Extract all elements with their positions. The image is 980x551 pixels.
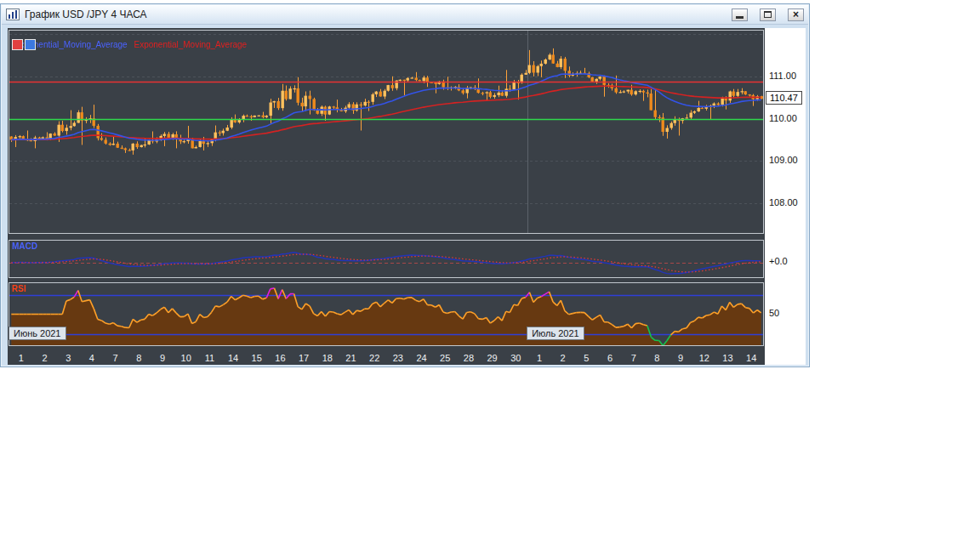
legend-swatch-red[interactable] xyxy=(12,39,23,50)
close-button[interactable]: × xyxy=(788,9,804,21)
date-axis-label: 1 xyxy=(537,353,542,363)
price-axis-label: 109.00 xyxy=(769,155,798,165)
chart-region: MACD RSI Exponential_Moving_Average Expo… xyxy=(8,28,765,365)
date-axis-label: 2 xyxy=(42,353,47,363)
date-axis-label: 25 xyxy=(440,353,450,363)
window-title: График USD /JPY 4 ЧАСА xyxy=(25,9,720,20)
month-marker: Июль 2021 xyxy=(527,327,584,340)
date-axis-label: 29 xyxy=(487,353,497,363)
date-axis-label: 23 xyxy=(393,353,403,363)
date-axis-label: 17 xyxy=(299,353,309,363)
rsi-chart-canvas[interactable] xyxy=(9,283,763,345)
date-axis-label: 14 xyxy=(228,353,238,363)
date-axis-label: 1 xyxy=(19,353,24,363)
date-axis-label: 10 xyxy=(181,353,191,363)
rsi-label: RSI xyxy=(12,284,26,293)
date-axis-label: 8 xyxy=(136,353,141,363)
date-axis-label: 12 xyxy=(699,353,709,363)
date-axis-label: 18 xyxy=(322,353,333,363)
minimize-icon xyxy=(736,16,744,19)
rsi-mid-label: 50 xyxy=(769,308,779,318)
legend-swatch-blue[interactable] xyxy=(25,39,36,50)
macd-zero-label: +0.0 xyxy=(769,256,788,266)
current-price-badge: 110.47 xyxy=(766,91,802,105)
minimize-button[interactable] xyxy=(732,9,748,21)
date-axis-label: 22 xyxy=(369,353,379,363)
ema-slow-legend-label: Exponential_Moving_Average xyxy=(134,40,247,49)
rsi-pane: RSI xyxy=(9,282,764,346)
maximize-icon xyxy=(764,11,772,18)
month-marker: Июнь 2021 xyxy=(9,327,66,340)
date-axis-label: 6 xyxy=(607,353,612,363)
date-axis-label: 14 xyxy=(746,353,756,363)
date-axis-label: 5 xyxy=(584,353,589,363)
macd-pane: MACD xyxy=(9,240,764,278)
date-axis: 1234789101114151617182122232425282930125… xyxy=(9,348,764,365)
price-pane xyxy=(9,30,764,234)
price-chart-canvas[interactable] xyxy=(9,31,763,233)
date-axis-label: 7 xyxy=(631,353,636,363)
date-axis-label: 15 xyxy=(252,353,262,363)
date-axis-label: 4 xyxy=(89,353,94,363)
titlebar[interactable]: График USD /JPY 4 ЧАСА × xyxy=(2,5,808,25)
date-axis-label: 21 xyxy=(345,353,356,363)
date-axis-label: 28 xyxy=(464,353,474,363)
maximize-button[interactable] xyxy=(760,9,776,21)
date-axis-label: 11 xyxy=(205,353,214,363)
date-axis-label: 3 xyxy=(66,353,71,363)
price-axis: 110.47 +0.0 50 111.00110.00109.00108.00 xyxy=(765,28,806,365)
chart-icon xyxy=(6,9,20,20)
macd-chart-canvas[interactable] xyxy=(9,241,763,277)
price-axis-label: 111.00 xyxy=(769,71,796,81)
date-axis-label: 9 xyxy=(160,353,165,363)
close-icon: × xyxy=(793,9,799,20)
date-axis-label: 16 xyxy=(275,353,285,363)
date-axis-label: 8 xyxy=(654,353,659,363)
chart-window: График USD /JPY 4 ЧАСА × MACD RSI Expone… xyxy=(0,3,810,367)
date-axis-label: 24 xyxy=(416,353,426,363)
price-axis-label: 108.00 xyxy=(769,197,798,207)
date-axis-label: 7 xyxy=(113,353,118,363)
date-axis-label: 2 xyxy=(561,353,566,363)
date-axis-label: 30 xyxy=(510,353,521,363)
price-axis-label: 110.00 xyxy=(769,113,797,123)
macd-label: MACD xyxy=(12,241,37,251)
indicator-legend: Exponential_Moving_Average Exponential_M… xyxy=(14,40,247,49)
date-axis-label: 13 xyxy=(722,353,732,363)
date-axis-label: 9 xyxy=(678,353,683,363)
